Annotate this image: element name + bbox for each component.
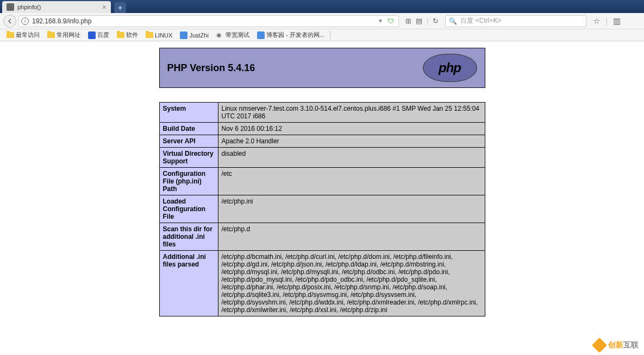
bookmark-label: 百度: [97, 31, 109, 39]
folder-icon: [47, 32, 55, 38]
table-row: Build DateNov 6 2016 00:16:12: [159, 123, 485, 135]
page-content: PHP Version 5.4.16 php SystemLinux nmser…: [0, 41, 644, 316]
wifi-icon: ◉: [216, 31, 224, 39]
table-row: SystemLinux nmserver-7.test.com 3.10.0-5…: [159, 103, 485, 123]
config-value: /etc/php.d: [218, 223, 485, 251]
config-value: Nov 6 2016 00:16:12: [218, 123, 485, 135]
php-header: PHP Version 5.4.16 php: [159, 48, 485, 88]
config-value: disabled: [218, 148, 485, 168]
config-value: /etc: [218, 168, 485, 195]
nav-bar: i 192.168.8.9/info.php ▼ 🛡 ⊞ ▤ | ↻ 🔍 百度 …: [0, 13, 644, 29]
search-placeholder: 百度 <Ctrl+K>: [460, 16, 501, 26]
shield-icon[interactable]: 🛡: [385, 17, 396, 25]
reader-icon[interactable]: ▤: [416, 17, 422, 25]
bookmark-software[interactable]: 软件: [114, 30, 141, 40]
config-key: System: [159, 103, 218, 123]
config-key: Loaded Configuration File: [159, 195, 218, 223]
config-value: Apache 2.0 Handler: [218, 135, 485, 148]
config-key: Build Date: [159, 123, 218, 135]
config-key: Server API: [159, 135, 218, 148]
bookmark-star-icon[interactable]: ☆: [593, 16, 600, 26]
back-button[interactable]: [3, 15, 16, 28]
php-logo: php: [423, 54, 477, 82]
new-tab-button[interactable]: +: [114, 2, 126, 13]
folder-icon: [146, 32, 153, 38]
table-row: Server APIApache 2.0 Handler: [159, 135, 485, 148]
config-value: /etc/php.d/bcmath.ini, /etc/php.d/curl.i…: [218, 251, 485, 316]
bookmark-most-visited[interactable]: 最常访问: [3, 30, 43, 40]
php-logo-text: php: [439, 60, 461, 75]
separator: [330, 31, 330, 40]
bookmark-cnblogs[interactable]: 博客园 - 开发者的网...: [254, 30, 328, 40]
bookmark-label: LINUX: [155, 32, 172, 39]
folder-icon: [117, 32, 124, 38]
table-row: Loaded Configuration File/etc/php.ini: [159, 195, 485, 223]
phpinfo-table: SystemLinux nmserver-7.test.com 3.10.0-5…: [159, 102, 485, 316]
table-row: Virtual Directory Supportdisabled: [159, 148, 485, 168]
config-key: Virtual Directory Support: [159, 148, 218, 168]
bookmark-label: 软件: [126, 31, 138, 39]
bookmarks-bar: 最常访问 常用网址 百度 软件 LINUX JustZhi ◉ 带宽测试 博客园…: [0, 29, 644, 41]
browser-tab[interactable]: phpinfo() ×: [2, 1, 111, 13]
folder-icon: [7, 32, 14, 38]
bookmark-label: 带宽测试: [226, 31, 249, 39]
bookmark-baidu[interactable]: 百度: [85, 30, 112, 40]
table-row: Configuration File (php.ini) Path/etc: [159, 168, 485, 195]
grid-icon[interactable]: ⊞: [405, 17, 411, 25]
info-icon[interactable]: i: [21, 17, 29, 25]
library-icon[interactable]: ▥: [613, 16, 621, 26]
bookmark-label: 博客园 - 开发者的网...: [266, 31, 324, 39]
bookmark-label: JustZhi: [189, 32, 208, 39]
baidu-icon: [88, 31, 96, 39]
config-key: Additional .ini files parsed: [159, 251, 218, 316]
toolbar-icons: ⊞ ▤ | ↻: [401, 17, 443, 25]
close-tab-icon[interactable]: ×: [102, 3, 107, 11]
phpinfo-container: PHP Version 5.4.16 php SystemLinux nmser…: [159, 48, 485, 316]
tab-bar: phpinfo() × +: [0, 0, 644, 13]
back-arrow-icon: [7, 18, 13, 24]
config-key: Configuration File (php.ini) Path: [159, 168, 218, 195]
search-icon: 🔍: [449, 17, 457, 25]
separator: |: [605, 16, 608, 26]
table-row: Scan this dir for additional .ini files/…: [159, 223, 485, 251]
php-version-title: PHP Version 5.4.16: [167, 62, 255, 74]
config-value: /etc/php.ini: [218, 195, 485, 223]
reload-icon[interactable]: ↻: [433, 17, 439, 25]
table-row: Additional .ini files parsed/etc/php.d/b…: [159, 251, 485, 316]
search-box[interactable]: 🔍 百度 <Ctrl+K>: [445, 15, 586, 27]
bookmark-label: 常用网址: [57, 31, 80, 39]
config-value: Linux nmserver-7.test.com 3.10.0-514.el7…: [218, 103, 485, 123]
bookmark-common[interactable]: 常用网址: [44, 30, 84, 40]
url-bar[interactable]: i 192.168.8.9/info.php ▼ 🛡: [18, 15, 399, 27]
separator: |: [427, 17, 428, 25]
tab-title: phpinfo(): [17, 4, 41, 10]
bookmark-linux[interactable]: LINUX: [142, 31, 176, 40]
url-dropdown-icon[interactable]: ▼: [376, 18, 385, 24]
url-text: 192.168.8.9/info.php: [32, 17, 376, 25]
bookmark-bandwidth[interactable]: ◉ 带宽测试: [213, 30, 253, 40]
page-icon: [7, 3, 14, 11]
config-key: Scan this dir for additional .ini files: [159, 223, 218, 251]
right-icons: ☆ | ▥: [589, 16, 625, 26]
site-icon: [180, 31, 187, 39]
bookmark-label: 最常访问: [16, 31, 40, 39]
bookmark-justzhi[interactable]: JustZhi: [177, 30, 211, 40]
site-icon: [257, 31, 265, 39]
